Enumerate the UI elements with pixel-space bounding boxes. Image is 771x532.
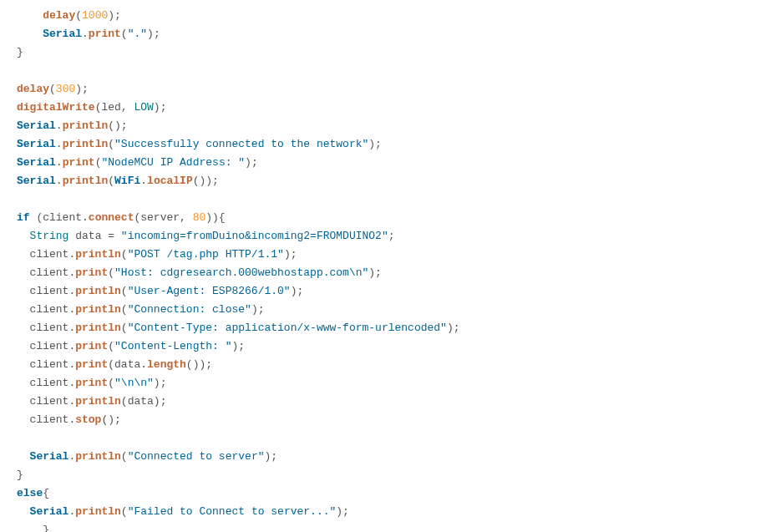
code-token: println xyxy=(75,395,121,408)
code-token: ); xyxy=(108,9,121,22)
code-token: client. xyxy=(30,377,76,389)
code-token: 1000 xyxy=(82,9,108,22)
code-token: 300 xyxy=(56,83,75,95)
code-token: delay xyxy=(17,83,49,95)
code-token: digitalWrite xyxy=(17,101,95,114)
code-line: } xyxy=(17,466,754,484)
code-token: . xyxy=(82,28,89,40)
code-line: client.println("Connection: close"); xyxy=(17,301,754,319)
code-token: LOW xyxy=(134,101,153,114)
code-token: println xyxy=(75,248,121,261)
code-token: ); xyxy=(368,138,382,150)
code-token: "Content-Length: " xyxy=(114,340,231,352)
code-token: (); xyxy=(108,119,127,132)
code-token: print xyxy=(75,358,108,371)
code-line: if (client.connect(server, 80)){ xyxy=(17,209,754,227)
code-token: Serial xyxy=(17,119,56,132)
code-token: print xyxy=(63,156,95,169)
code-token: . xyxy=(56,138,63,150)
code-line: client.println("Content-Type: applicatio… xyxy=(17,319,754,337)
code-token: { xyxy=(43,487,49,499)
code-token: . xyxy=(56,119,63,132)
code-token: "Successfully connected to the network" xyxy=(114,138,368,150)
code-token: println xyxy=(75,322,121,334)
code-token: ( xyxy=(121,505,128,518)
code-token: println xyxy=(75,505,121,518)
code-token: client. xyxy=(30,285,76,297)
code-token: Serial xyxy=(17,175,56,187)
code-line: client.stop(); xyxy=(17,411,754,429)
code-token: print xyxy=(75,340,108,352)
code-line xyxy=(17,190,754,209)
code-token: ); xyxy=(147,28,160,40)
code-token: "NodeMCU IP Address: " xyxy=(101,156,245,169)
code-line xyxy=(17,429,754,448)
code-token: client. xyxy=(30,358,76,371)
code-token: client. xyxy=(30,303,76,316)
code-line: Serial.println("Successfully connected t… xyxy=(17,135,754,154)
code-token: } xyxy=(17,469,23,481)
code-line: client.println("POST /tag.php HTTP/1.1")… xyxy=(17,246,754,264)
code-token: client. xyxy=(30,248,76,261)
code-token: ( xyxy=(121,248,128,261)
code-token: client. xyxy=(30,322,76,334)
code-token: "incoming=fromDuino&incoming2=FROMDUINO2… xyxy=(121,230,388,242)
code-token: ( xyxy=(49,83,56,95)
code-token: Serial xyxy=(17,138,56,150)
code-token: ); xyxy=(264,450,277,463)
code-token: println xyxy=(63,138,109,150)
code-token: length xyxy=(147,358,186,371)
code-line: } xyxy=(17,521,754,532)
code-token: ); xyxy=(251,303,265,316)
code-line: client.println("User-Agent: ESP8266/1.0"… xyxy=(17,282,754,301)
code-token: ( xyxy=(121,303,128,316)
code-token: ; xyxy=(388,230,395,242)
code-line: } xyxy=(17,43,754,62)
code-token: ); xyxy=(368,266,382,279)
code-token: println xyxy=(63,119,109,132)
code-line: Serial.println(); xyxy=(17,117,754,135)
code-token: ); xyxy=(284,248,297,261)
code-token: ); xyxy=(291,285,304,297)
code-token: (led, xyxy=(95,101,134,114)
code-line: client.print("\n\n"); xyxy=(17,374,754,393)
code-line: Serial.print("NodeMCU IP Address: "); xyxy=(17,154,754,172)
code-token: ); xyxy=(75,83,89,95)
code-line: Serial.println(WiFi.localIP()); xyxy=(17,172,754,190)
code-token: print xyxy=(89,28,121,40)
code-line: String data = "incoming=fromDuino&incomi… xyxy=(17,227,754,246)
code-line: Serial.println("Connected to server"); xyxy=(17,448,754,466)
code-token: print xyxy=(75,266,108,279)
code-line: Serial.println("Failed to Connect to ser… xyxy=(17,503,754,521)
code-token: . xyxy=(56,175,63,187)
code-token: client. xyxy=(30,266,76,279)
code-token: client. xyxy=(30,413,76,426)
code-token: ( xyxy=(108,266,114,279)
code-token: "POST /tag.php HTTP/1.1" xyxy=(128,248,284,261)
code-token: Serial xyxy=(30,505,69,518)
code-token: . xyxy=(56,156,63,169)
code-token: delay xyxy=(43,9,75,22)
code-token: ); xyxy=(245,156,258,169)
code-line: digitalWrite(led, LOW); xyxy=(17,99,754,117)
code-token: (data. xyxy=(108,358,147,371)
code-token: . xyxy=(140,175,147,187)
code-token: "Connection: close" xyxy=(128,303,251,316)
code-token: ( xyxy=(121,28,128,40)
code-token: )){ xyxy=(205,211,225,224)
code-token: ); xyxy=(447,322,460,334)
code-token: localIP xyxy=(147,175,193,187)
code-line: client.println(data); xyxy=(17,393,754,411)
code-token: ); xyxy=(231,340,245,352)
code-token: (); xyxy=(101,413,120,426)
code-token: ( xyxy=(108,138,114,150)
code-token: ()); xyxy=(193,175,219,187)
code-token: WiFi xyxy=(114,175,140,187)
code-token: println xyxy=(75,303,121,316)
code-token: Serial xyxy=(43,28,82,40)
code-token: if xyxy=(17,211,30,224)
code-token: print xyxy=(75,377,108,389)
code-token: 80 xyxy=(193,211,206,224)
code-token: Serial xyxy=(30,450,69,463)
code-line: client.print("Host: cdgresearch.000webho… xyxy=(17,264,754,282)
